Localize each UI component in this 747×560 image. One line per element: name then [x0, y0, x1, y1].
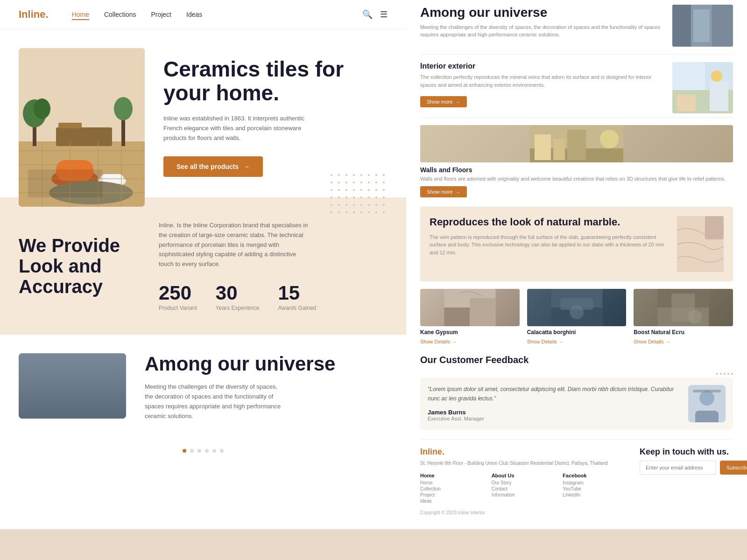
- cta-button[interactable]: See all the products: [163, 156, 263, 177]
- footer-col-2-item-2[interactable]: LinkedIn: [563, 492, 630, 497]
- nav-project-link[interactable]: Project: [151, 11, 171, 18]
- svg-rect-24: [58, 363, 86, 409]
- walls-image: [420, 125, 733, 162]
- carousel-dot-5[interactable]: [212, 449, 216, 453]
- footer-col-2-item-0[interactable]: Instagram: [563, 480, 630, 485]
- product-card-2-link[interactable]: Show Details: [634, 339, 670, 344]
- svg-rect-42: [567, 130, 586, 160]
- product-card-0-image: [420, 289, 520, 326]
- right-panel: Among our universe Meeting the challenge…: [406, 0, 747, 529]
- hero-image: [19, 48, 145, 207]
- footer-col-0: Home Home Collection Project Ideas: [420, 473, 488, 504]
- interior-show-more-button[interactable]: Show more: [420, 96, 467, 107]
- stat-label-years: Years Experience: [216, 305, 260, 311]
- right-among-image: [672, 5, 733, 47]
- dot: [720, 373, 722, 375]
- product-card-1-link[interactable]: Show Details: [527, 339, 564, 344]
- marble-section: Reproduces the look of natural marble. T…: [420, 207, 733, 281]
- nav-home[interactable]: Home: [72, 10, 89, 19]
- dots-row-right: [420, 373, 733, 375]
- svg-rect-25: [89, 353, 126, 419]
- dot: [368, 182, 370, 183]
- universe-section: Among our universe Meeting the challenge…: [0, 335, 406, 440]
- universe-description: Meeting the challenges of the diversity …: [145, 382, 285, 421]
- stat-number-years: 30: [216, 283, 260, 303]
- dot: [727, 373, 729, 375]
- dot: [375, 211, 377, 213]
- svg-rect-59: [695, 411, 719, 422]
- walls-section: Walls and Floors Walls and floors are ad…: [420, 117, 733, 197]
- footer-col-1: About Us Our Story Contact Information: [492, 473, 559, 504]
- nav-collections-link[interactable]: Collections: [104, 11, 136, 18]
- nav-links: Home Collections Project Ideas: [72, 10, 362, 19]
- provide-description: Inline. Is the Inline Corporation brand …: [159, 221, 308, 269]
- copyright: Copyright © 2023 Inline Interior: [420, 510, 630, 515]
- carousel-dot-1[interactable]: [183, 449, 186, 453]
- marble-image: [677, 216, 724, 272]
- newsletter-title: Keep in touch with us.: [640, 447, 733, 457]
- carousel-dot-6[interactable]: [220, 449, 224, 453]
- svg-rect-40: [535, 134, 551, 160]
- universe-image: [19, 353, 126, 419]
- footer-col-0-item-2[interactable]: Project: [420, 492, 488, 497]
- right-among-section: Among our universe Meeting the challenge…: [420, 0, 733, 47]
- product-card-0-link[interactable]: Show Details: [420, 339, 457, 344]
- dot: [368, 211, 370, 213]
- newsletter-subscribe-button[interactable]: Subscribe: [720, 461, 747, 475]
- nav-ideas-link[interactable]: Ideas: [186, 11, 202, 18]
- dot: [375, 204, 377, 206]
- dot: [360, 196, 362, 198]
- logo[interactable]: Inline.: [19, 8, 49, 21]
- footer-col-0-item-3[interactable]: Ideas: [420, 498, 488, 504]
- interior-content: Interior exterior The collection perfect…: [420, 62, 665, 113]
- feedback-name: James Burns: [428, 409, 681, 416]
- provide-right: Inline. Is the Inline Corporation brand …: [159, 221, 388, 311]
- stats-row: 250 Product Variant 30 Years Experience …: [159, 283, 388, 311]
- nav-collections[interactable]: Collections: [104, 10, 136, 19]
- dot: [345, 196, 347, 198]
- svg-point-36: [711, 70, 722, 82]
- dot: [338, 182, 340, 183]
- dot: [338, 189, 340, 191]
- walls-show-more-button[interactable]: Show more: [420, 186, 467, 197]
- svg-point-10: [34, 98, 50, 119]
- nav-home-link[interactable]: Home: [72, 11, 89, 20]
- footer-col-1-item-1[interactable]: Contact: [492, 486, 559, 491]
- footer-col-0-item-0[interactable]: Home: [420, 480, 488, 485]
- dot: [368, 196, 370, 198]
- footer-col-0-item-1[interactable]: Collection: [420, 486, 488, 491]
- dot: [353, 204, 355, 206]
- dot: [331, 189, 332, 191]
- nav-project[interactable]: Project: [151, 10, 171, 19]
- marble-content: Reproduces the look of natural marble. T…: [430, 216, 669, 272]
- search-icon[interactable]: 🔍: [362, 9, 373, 20]
- carousel-dot-4[interactable]: [205, 449, 209, 453]
- svg-rect-23: [19, 353, 56, 419]
- svg-rect-26: [33, 377, 42, 395]
- interior-section: Interior exterior The collection perfect…: [420, 54, 733, 113]
- svg-rect-5: [56, 160, 93, 181]
- footer-col-1-item-2[interactable]: Information: [492, 492, 559, 497]
- product-card-2: Boost Natural Ecru Show Details: [634, 289, 733, 345]
- svg-point-56: [688, 310, 702, 324]
- dot: [383, 196, 385, 198]
- walls-left-content: Walls and Floors Walls and floors are ad…: [420, 125, 733, 197]
- hero-content: Ceramics tiles for your home. Inline was…: [163, 48, 388, 177]
- carousel-dot-3[interactable]: [197, 449, 201, 453]
- dot: [353, 189, 355, 191]
- footer-col-1-item-0[interactable]: Our Story: [492, 480, 559, 485]
- dot: [368, 189, 370, 191]
- footer-col-2-item-1[interactable]: YouTube: [563, 486, 630, 491]
- stat-number-products: 250: [159, 283, 197, 303]
- menu-icon[interactable]: ☰: [380, 9, 388, 20]
- svg-point-12: [114, 97, 133, 120]
- hero-description: Inline was established in 1863. It inter…: [163, 114, 313, 143]
- nav-ideas[interactable]: Ideas: [186, 10, 202, 19]
- dot: [345, 204, 347, 206]
- newsletter-input[interactable]: [640, 461, 716, 475]
- carousel-dot-2[interactable]: [190, 449, 194, 453]
- interior-description: The collection perfectly reproduces the …: [420, 73, 665, 89]
- feedback-quote: "Lorem ipsum dolor sit amet, consectetur…: [428, 385, 681, 403]
- hero-title: Ceramics tiles for your home.: [163, 57, 388, 105]
- dot: [360, 204, 362, 206]
